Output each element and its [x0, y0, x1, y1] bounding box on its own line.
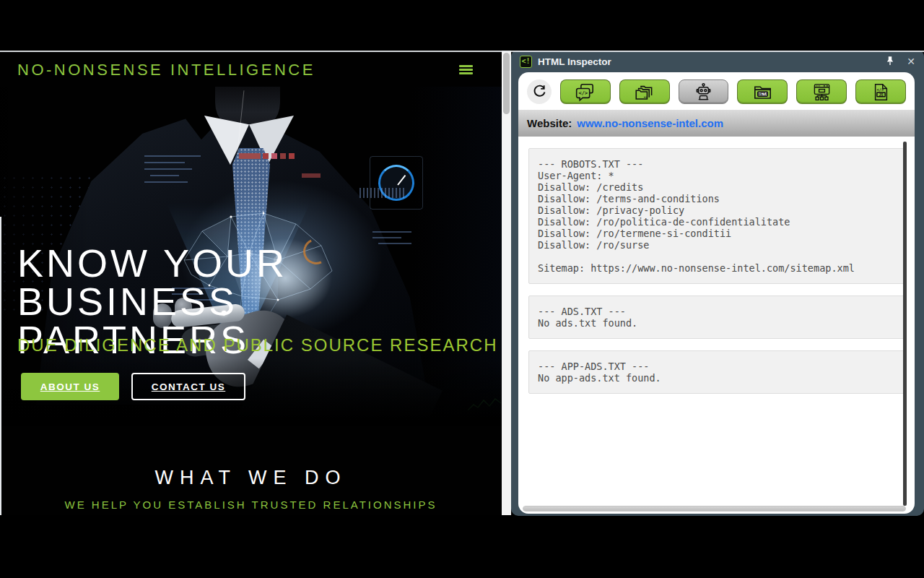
- ads-txt-text: --- ADS.TXT --- No ads.txt found.: [538, 306, 895, 329]
- svg-text:JS: JS: [879, 92, 884, 96]
- website-label: Website:: [527, 117, 572, 129]
- scripts-button[interactable]: </> JS: [855, 79, 906, 104]
- meta-folder-icon: META: [753, 82, 772, 102]
- svg-text:</>: </>: [876, 87, 884, 92]
- inspector-toolbar: </>: [518, 72, 915, 110]
- sitemap-button[interactable]: [796, 79, 847, 104]
- robots-button[interactable]: [679, 79, 729, 104]
- hero-heading-line1: KNOW YOUR BUSINESS: [17, 244, 502, 321]
- website-row: Website: www.no-nonsense-intel.com: [518, 110, 915, 137]
- what-we-do-title: WHAT WE DO: [0, 467, 502, 489]
- what-we-do-subtitle: WE HELP YOU ESTABLISH TRUSTED RELATIONSH…: [0, 499, 502, 511]
- js-file-icon: </> JS: [871, 82, 891, 102]
- horizontal-scrollbar[interactable]: [523, 506, 906, 512]
- ads-txt-section: --- ADS.TXT --- No ads.txt found.: [528, 296, 905, 339]
- refresh-button[interactable]: [527, 79, 552, 104]
- hero-buttons: ABOUT US CONTACT US: [21, 373, 245, 400]
- window-left-edge: [0, 217, 1, 515]
- app-ads-txt-text: --- APP-ADS.TXT --- No app-ads.txt found…: [538, 361, 895, 384]
- page-scrollbar-thumb[interactable]: [503, 53, 510, 114]
- robots-txt-text: --- ROBOTS.TXT --- User-Agent: * Disallo…: [538, 158, 895, 274]
- inspector-content: --- ROBOTS.TXT --- User-Agent: * Disallo…: [518, 137, 915, 394]
- folders-icon: [635, 82, 654, 102]
- website-url-link[interactable]: www.no-nonsense-intel.com: [577, 117, 723, 129]
- screen-content: NO-NONSENSE INTELLIGENCE: [0, 51, 924, 515]
- robot-icon: [694, 82, 713, 102]
- page-scrollbar-track[interactable]: [502, 51, 511, 515]
- sitemap-icon: [812, 82, 832, 102]
- robots-txt-section: --- ROBOTS.TXT --- User-Agent: * Disallo…: [528, 148, 905, 284]
- close-icon[interactable]: ✕: [907, 56, 915, 67]
- inspector-body: </>: [518, 72, 915, 514]
- inspector-title: HTML Inspector: [538, 56, 884, 67]
- code-chat-button[interactable]: </>: [560, 79, 611, 104]
- svg-text:</>: </>: [579, 90, 588, 96]
- inspector-panel: <! HTML Inspector ✕: [511, 51, 924, 516]
- code-chat-icon: </>: [575, 82, 595, 102]
- app-ads-txt-section: --- APP-ADS.TXT --- No app-ads.txt found…: [528, 350, 905, 394]
- vertical-scrollbar[interactable]: [903, 142, 907, 506]
- window-top-edge: [0, 51, 924, 52]
- website-page: NO-NONSENSE INTELLIGENCE: [0, 51, 502, 515]
- app-logo-icon: <!: [520, 56, 532, 68]
- refresh-icon: [532, 85, 546, 99]
- svg-text:META: META: [757, 91, 768, 95]
- hero-subheading: DUE DILIGENCE AND PUBLIC SOURCE RESEARCH…: [17, 335, 502, 355]
- inspector-titlebar: <! HTML Inspector ✕: [511, 51, 924, 72]
- about-us-button[interactable]: ABOUT US: [21, 373, 119, 400]
- site-brand: NO-NONSENSE INTELLIGENCE: [17, 61, 315, 79]
- files-button[interactable]: [619, 79, 670, 104]
- hamburger-menu-icon[interactable]: [459, 65, 473, 74]
- contact-us-button[interactable]: CONTACT US: [131, 373, 245, 400]
- meta-button[interactable]: META: [737, 79, 788, 104]
- pin-icon[interactable]: [884, 55, 897, 68]
